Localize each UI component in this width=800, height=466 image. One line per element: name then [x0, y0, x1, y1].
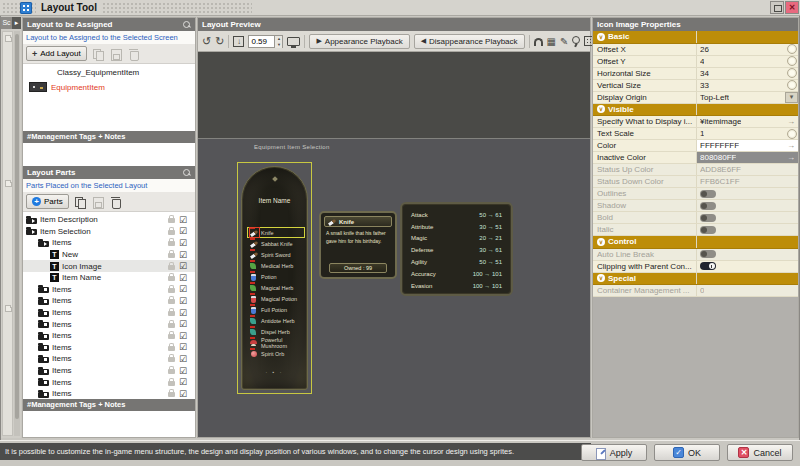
parts-tree-row[interactable]: Items [23, 330, 195, 342]
property-row[interactable]: ∨ Basic [593, 31, 798, 44]
visibility-checkbox-icon[interactable] [179, 238, 190, 248]
toggle-switch[interactable] [700, 214, 716, 222]
property-row[interactable]: ∨ Auto Line Break [593, 249, 798, 261]
lock-icon[interactable] [168, 311, 175, 316]
open-editor-arrow-icon[interactable]: → [784, 153, 795, 162]
game-item-row[interactable]: Knife [247, 227, 305, 238]
property-row[interactable]: ∨ Control [593, 236, 798, 249]
property-row[interactable]: ∨ Special [593, 273, 798, 286]
game-item-row[interactable]: Magical Potion [247, 293, 305, 304]
row-action-icon[interactable] [785, 80, 798, 90]
parts-tree-row[interactable]: Icon Image [23, 260, 195, 272]
undo-icon[interactable]: ↺ [202, 36, 211, 47]
property-value-cell[interactable]: FFFFFFFF → [696, 140, 798, 151]
add-parts-button[interactable]: + Parts [26, 194, 69, 209]
appearance-playback-button[interactable]: ▶ Appearance Playback [309, 34, 409, 49]
visibility-checkbox-icon[interactable] [179, 296, 190, 306]
layout-item-row[interactable]: EquipmentItem [23, 81, 195, 93]
expand-screen-list-button[interactable]: ▸ [12, 17, 21, 29]
property-value-cell[interactable] [696, 212, 798, 223]
property-value-cell[interactable] [696, 31, 798, 43]
zoom-level-input[interactable] [248, 35, 275, 48]
property-value-cell[interactable]: 26 [696, 44, 785, 55]
property-value-cell[interactable] [696, 273, 798, 285]
pen-icon[interactable]: ✎ [560, 36, 568, 47]
item-list-window[interactable]: Item Name Knife Sabbat Knife [241, 166, 308, 390]
row-action-icon[interactable] [785, 92, 798, 103]
visibility-checkbox-icon[interactable] [179, 308, 190, 318]
property-value-cell[interactable]: Top-Left [696, 92, 785, 103]
property-row[interactable]: ∨ Visible [593, 104, 798, 117]
property-row[interactable]: ∨ Inactive Color 808080FF → [593, 152, 798, 164]
close-button[interactable]: ✕ [785, 1, 799, 14]
redo-icon[interactable]: ↻ [215, 36, 224, 47]
visibility-checkbox-icon[interactable] [179, 342, 190, 352]
apply-button[interactable]: Apply [581, 444, 647, 461]
row-action-icon[interactable] [785, 56, 798, 66]
property-row[interactable]: ∨ Display Origin Top-Left [593, 92, 798, 104]
property-value-cell[interactable] [696, 200, 798, 211]
lock-icon[interactable] [168, 357, 175, 362]
maximize-button[interactable] [770, 1, 784, 14]
monitor-icon[interactable] [287, 37, 300, 46]
toggle-switch[interactable] [700, 250, 716, 258]
property-value-cell[interactable]: 808080FF → [696, 152, 798, 163]
lock-icon[interactable] [168, 334, 175, 339]
game-item-row[interactable]: Spirit Orb [247, 348, 305, 359]
visibility-checkbox-icon[interactable] [179, 215, 190, 225]
preview-canvas[interactable]: Equipment Item Selection Item Name Knife… [198, 52, 590, 437]
search-icon[interactable] [182, 20, 191, 29]
scrollbar-thumb[interactable] [15, 34, 19, 419]
parts-tree-row[interactable]: Item Selection [23, 226, 195, 238]
game-item-row[interactable]: Medical Herb [247, 260, 305, 271]
save-icon[interactable] [90, 195, 105, 209]
game-item-row[interactable]: Powerful Mushroom [247, 337, 305, 348]
parts-tree-row[interactable]: Items [23, 353, 195, 365]
management-tags-header[interactable]: #Management Tags + Notes [23, 131, 195, 143]
lock-icon[interactable] [168, 265, 175, 270]
layout-group-label[interactable]: Classy_EquipmentItem [23, 67, 195, 79]
add-layout-button[interactable]: + Add Layout [26, 46, 87, 61]
property-value-cell[interactable] [696, 188, 798, 199]
property-row[interactable]: ∨ Horizontal Size 34 [593, 68, 798, 80]
property-value-cell[interactable]: ADD8E6FF [696, 164, 798, 175]
open-editor-arrow-icon[interactable]: → [784, 117, 795, 126]
grid-icon[interactable]: ▦ [547, 36, 556, 47]
property-row[interactable]: ∨ Offset Y 4 [593, 56, 798, 68]
parts-tree-row[interactable]: Item Name [23, 272, 195, 284]
property-row[interactable]: ∨ Shadow [593, 200, 798, 212]
toggle-switch[interactable] [700, 190, 716, 198]
property-row[interactable]: ∨ Clipping with Parent Con... [593, 261, 798, 273]
open-editor-arrow-icon[interactable]: → [784, 141, 795, 150]
property-value-cell[interactable]: 34 [696, 68, 785, 79]
property-row[interactable]: ∨ Offset X 26 [593, 44, 798, 56]
property-value-cell[interactable] [696, 236, 798, 248]
lock-icon[interactable] [168, 381, 175, 386]
zoom-stepper[interactable]: ▲▼ [275, 35, 283, 48]
parts-tree-row[interactable]: Item Description [23, 214, 195, 226]
property-row[interactable]: ∨ Container Management ... 0 [593, 285, 798, 297]
parts-tree-row[interactable]: Items [23, 295, 195, 307]
lock-icon[interactable] [168, 369, 175, 374]
property-value-cell[interactable]: 4 [696, 56, 785, 67]
property-value-cell[interactable]: 33 [696, 80, 785, 91]
parts-tree-row[interactable]: Items [23, 365, 195, 377]
toggle-switch[interactable] [700, 226, 716, 234]
search-icon[interactable] [182, 168, 191, 177]
delete-icon[interactable] [126, 47, 141, 61]
visibility-checkbox-icon[interactable] [179, 284, 190, 294]
property-row[interactable]: ∨ Color FFFFFFFF → [593, 140, 798, 152]
visibility-checkbox-icon[interactable] [179, 226, 190, 236]
visibility-checkbox-icon[interactable] [179, 354, 190, 364]
visibility-checkbox-icon[interactable] [179, 250, 190, 260]
game-item-row[interactable]: Antidote Herb [247, 315, 305, 326]
visibility-checkbox-icon[interactable] [179, 273, 190, 283]
lamp-icon[interactable] [572, 36, 580, 44]
lock-icon[interactable] [168, 288, 175, 293]
cancel-button[interactable]: ✕ Cancel [727, 444, 793, 461]
parts-tree-row[interactable]: Items [23, 388, 195, 399]
game-item-row[interactable]: Full Potion [247, 304, 305, 315]
lock-icon[interactable] [168, 299, 175, 304]
property-value-cell[interactable]: 1 [696, 128, 785, 139]
section-chevron-icon[interactable]: ∨ [597, 33, 605, 41]
